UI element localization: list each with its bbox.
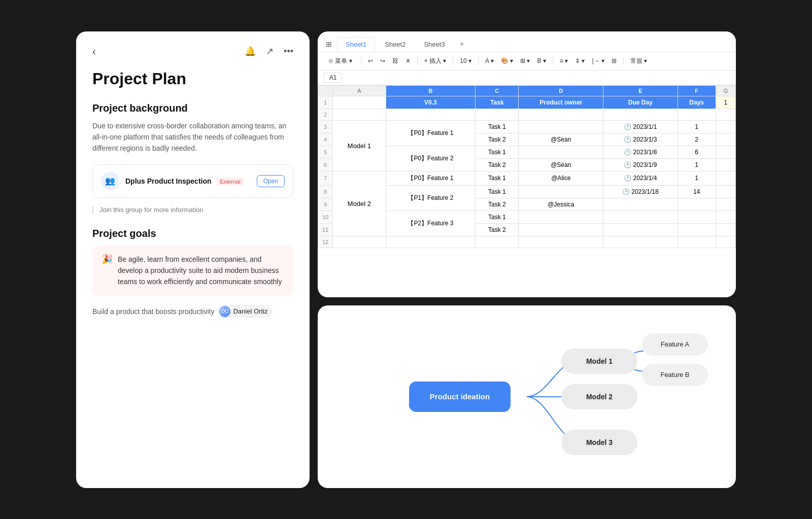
right-panels: ⊞ Sheet1 Sheet2 Sheet3 + ⊙ 菜单 ▾ ↩ ↪ ⛓ ✕ … xyxy=(318,31,736,488)
col-header-g[interactable]: G xyxy=(716,85,735,96)
sep4 xyxy=(478,57,479,65)
bell-icon[interactable]: 🔔 xyxy=(245,46,256,57)
fill-color-btn[interactable]: 🎨 ▾ xyxy=(498,56,516,66)
mindmap-svg xyxy=(318,305,736,488)
group-card: 👥 Dplus Product Inspection External Open xyxy=(92,164,293,198)
main-container: ‹ 🔔 ↗ ••• Project Plan Project backgroun… xyxy=(76,31,736,488)
sheet-tabs: ⊞ Sheet1 Sheet2 Sheet3 + xyxy=(318,31,736,52)
col-header-b[interactable]: B xyxy=(386,85,476,96)
cell[interactable]: 1 xyxy=(716,96,735,109)
spreadsheet-table: A B C D E F G 1 V0.3 xyxy=(318,85,736,248)
mindmap-content: Product ideation Model 1 Model 2 Model 3… xyxy=(318,305,736,488)
tab-sheet1[interactable]: Sheet1 xyxy=(337,37,375,51)
insert-btn[interactable]: + 插入 ▾ xyxy=(422,55,449,67)
goals-heading: Project goals xyxy=(92,228,293,239)
center-label: Product ideation xyxy=(430,392,490,401)
goals-emoji: 🎉 xyxy=(101,254,113,288)
col-header-e[interactable]: E xyxy=(603,85,678,96)
share-icon[interactable]: ↗ xyxy=(266,46,274,57)
sheet-toolbar: ⊙ 菜单 ▾ ↩ ↪ ⛓ ✕ + 插入 ▾ 10 ▾ A ▾ 🎨 ▾ ⊞ ▾ B… xyxy=(318,52,736,71)
top-toolbar: ‹ 🔔 ↗ ••• xyxy=(92,46,293,57)
goals-text: Be agile, learn from excellent companies… xyxy=(118,254,284,288)
tab-sheet2[interactable]: Sheet2 xyxy=(376,37,414,51)
user-name: Daniel Ortiz xyxy=(233,307,267,315)
col-header-a[interactable]: A xyxy=(333,85,386,96)
format-btn[interactable]: 常規 ▾ xyxy=(628,55,650,67)
cell[interactable]: V0.3 xyxy=(386,96,476,109)
border-btn[interactable]: ⊞ ▾ xyxy=(518,56,532,66)
productivity-label: Build a product that boosts productivity xyxy=(92,307,214,316)
mindmap-feature-a-node: Feature A xyxy=(642,333,708,356)
add-sheet-button[interactable]: + xyxy=(455,37,469,52)
sep5 xyxy=(553,57,553,65)
menu-btn[interactable]: ⊙ 菜单 ▾ xyxy=(326,55,355,67)
toolbar-icons: 🔔 ↗ ••• xyxy=(245,46,293,57)
table-row: 1 V0.3 Task Product owner Due Day Days 1 xyxy=(318,96,736,109)
col-header-rownum xyxy=(318,85,333,96)
sep3 xyxy=(453,57,453,65)
toolbar-menu-group: ⊙ 菜单 ▾ xyxy=(324,55,357,67)
open-button[interactable]: Open xyxy=(257,175,285,187)
formula-bar: A1 xyxy=(318,71,736,85)
undo-btn[interactable]: ↩ xyxy=(365,56,376,66)
background-heading: Project background xyxy=(92,102,293,114)
clear-btn[interactable]: ✕ xyxy=(403,56,413,66)
align-h-btn[interactable]: ≡ ▾ xyxy=(557,56,570,66)
cell[interactable]: Task xyxy=(476,96,519,109)
mindmap-model3-node: Model 3 xyxy=(561,430,637,455)
left-panel: ‹ 🔔 ↗ ••• Project Plan Project backgroun… xyxy=(76,31,310,488)
align-v-btn[interactable]: ⇕ ▾ xyxy=(572,56,587,66)
mindmap-center-node: Product ideation xyxy=(409,382,511,412)
merge-btn[interactable]: ⊞ xyxy=(609,56,619,66)
col-header-f[interactable]: F xyxy=(678,85,716,96)
goals-card: 🎉 Be agile, learn from excellent compani… xyxy=(92,246,293,296)
back-button[interactable]: ‹ xyxy=(92,46,96,57)
page-title: Project Plan xyxy=(92,70,293,88)
table-row: 12 xyxy=(318,236,736,248)
sep6 xyxy=(623,57,624,65)
table-row: 7 Model 2 【P0】Feature 1 Task 1 @Alice 🕐 … xyxy=(318,171,736,185)
tab-sheet3[interactable]: Sheet3 xyxy=(415,37,453,51)
join-text: Join this group for more information xyxy=(92,206,293,214)
cell[interactable]: Product owner xyxy=(519,96,603,109)
cell[interactable]: Due Day xyxy=(603,96,678,109)
group-avatar: 👥 xyxy=(101,172,119,190)
sep1 xyxy=(361,57,361,65)
cell-ref: A1 xyxy=(324,73,342,83)
row-num: 1 xyxy=(318,96,333,109)
more-icon[interactable]: ••• xyxy=(284,46,293,57)
user-avatar: DO xyxy=(219,306,230,317)
mindmap-feature-b-node: Feature B xyxy=(642,364,708,386)
spreadsheet-panel: ⊞ Sheet1 Sheet2 Sheet3 + ⊙ 菜单 ▾ ↩ ↪ ⛓ ✕ … xyxy=(318,31,736,297)
link-btn[interactable]: ⛓ xyxy=(390,56,401,66)
col-header-c[interactable]: C xyxy=(476,85,519,96)
col-header-d[interactable]: D xyxy=(519,85,603,96)
productivity-row: Build a product that boosts productivity… xyxy=(92,305,293,318)
redo-btn[interactable]: ↪ xyxy=(378,56,388,66)
sep2 xyxy=(417,57,418,65)
mindmap-panel: Product ideation Model 1 Model 2 Model 3… xyxy=(318,305,736,488)
user-tag: DO Daniel Ortiz xyxy=(217,305,273,318)
font-color-btn[interactable]: A ▾ xyxy=(483,56,496,66)
cell[interactable]: Days xyxy=(678,96,716,109)
group-name: Dplus Product Inspection External xyxy=(125,177,251,185)
table-row: 2 xyxy=(318,109,736,120)
font-size-btn[interactable]: 10 ▾ xyxy=(457,56,474,66)
sheets-icon: ⊞ xyxy=(326,40,332,48)
background-text: Due to extensive cross-border collaborat… xyxy=(92,120,293,154)
table-wrapper[interactable]: A B C D E F G 1 V0.3 xyxy=(318,85,736,248)
freeze-btn[interactable]: |→ ▾ xyxy=(589,56,606,66)
table-row: 3 Model 1 【P0】Feature 1 Task 1 🕐 2023/1/… xyxy=(318,120,736,133)
cell[interactable] xyxy=(333,96,386,109)
external-badge: External xyxy=(216,178,244,186)
mindmap-model2-node: Model 2 xyxy=(561,384,637,409)
bold-btn[interactable]: B ▾ xyxy=(534,56,548,66)
mindmap-model1-node: Model 1 xyxy=(561,349,637,374)
